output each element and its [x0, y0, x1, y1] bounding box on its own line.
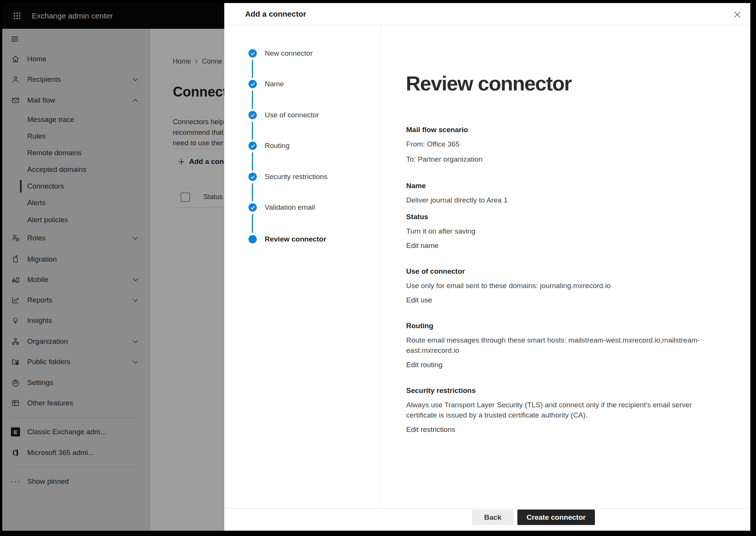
step-use-of-connector[interactable] — [248, 111, 257, 119]
section-title: Name — [406, 180, 704, 190]
section-line: Deliver journal directly to Area 1 — [406, 195, 704, 205]
section-mail-flow-scenario: Mail flow scenario From: Office 365 To: … — [406, 124, 704, 164]
section-line: Always use Transport Layer Security (TLS… — [406, 400, 704, 420]
footer-divider — [224, 508, 750, 509]
section-line: Turn it on after saving — [406, 226, 704, 236]
panel-header: Add a connector — [224, 3, 750, 25]
panel-title: Add a connector — [245, 3, 306, 25]
section-line: Route email messages through these smart… — [406, 335, 704, 355]
screen: Exchange admin center Home Recipients Ma… — [2, 3, 750, 531]
review-heading: Review connector — [406, 71, 571, 95]
edit-use-link[interactable]: Edit use — [406, 296, 432, 304]
section-line: To: Partner organization — [406, 154, 704, 164]
step-connector-line — [252, 60, 253, 78]
section-title: Status — [406, 211, 704, 221]
section-routing: Routing Route email messages through the… — [406, 320, 704, 369]
step-label-routing[interactable]: Routing — [265, 141, 290, 150]
step-label-name[interactable]: Name — [265, 79, 284, 89]
back-button[interactable]: Back — [472, 510, 514, 525]
review-body: Mail flow scenario From: Office 365 To: … — [406, 124, 704, 434]
section-use-of-connector: Use of connector Use only for email sent… — [406, 266, 704, 304]
step-label-new-connector[interactable]: New connector — [265, 49, 313, 58]
step-new-connector[interactable] — [248, 49, 257, 58]
add-connector-panel: Add a connector New connector Name Use o… — [224, 3, 750, 531]
create-connector-button[interactable]: Create connector — [517, 510, 595, 525]
section-security-restrictions: Security restrictions Always use Transpo… — [406, 385, 704, 434]
step-connector-line — [252, 183, 253, 201]
divider — [381, 25, 381, 508]
check-icon — [250, 206, 255, 210]
section-title: Use of connector — [406, 266, 704, 276]
check-icon — [250, 82, 255, 86]
step-connector-line — [252, 90, 253, 109]
check-icon — [250, 51, 255, 56]
step-label-use-of-connector[interactable]: Use of connector — [265, 111, 319, 120]
check-icon — [250, 113, 255, 117]
step-connector-line — [252, 152, 253, 171]
section-name: Name Deliver journal directly to Area 1 — [406, 180, 704, 205]
step-routing[interactable] — [248, 142, 257, 150]
divider — [224, 25, 750, 25]
step-label-security-restrictions[interactable]: Security restrictions — [265, 172, 328, 181]
section-status: Status Turn it on after saving Edit name — [406, 211, 704, 250]
section-title: Security restrictions — [406, 385, 704, 395]
step-connector-line — [252, 214, 253, 233]
step-review-connector[interactable] — [248, 235, 257, 243]
edit-restrictions-link[interactable]: Edit restrictions — [406, 425, 455, 434]
check-icon — [250, 175, 255, 179]
step-label-validation-email[interactable]: Validation email — [265, 203, 315, 212]
section-title: Mail flow scenario — [406, 124, 704, 134]
step-name[interactable] — [248, 80, 257, 88]
section-title: Routing — [406, 320, 704, 330]
step-security-restrictions[interactable] — [248, 173, 257, 181]
edit-name-link[interactable]: Edit name — [406, 242, 439, 250]
section-line: From: Office 365 — [406, 139, 704, 149]
section-line: Use only for email sent to these domains… — [406, 280, 704, 291]
check-icon — [250, 144, 255, 148]
close-icon — [734, 11, 741, 18]
step-label-review-connector: Review connector — [265, 235, 326, 244]
step-connector-line — [252, 122, 253, 140]
edit-routing-link[interactable]: Edit routing — [406, 361, 442, 369]
close-button[interactable] — [731, 9, 743, 20]
step-validation-email[interactable] — [248, 203, 257, 212]
